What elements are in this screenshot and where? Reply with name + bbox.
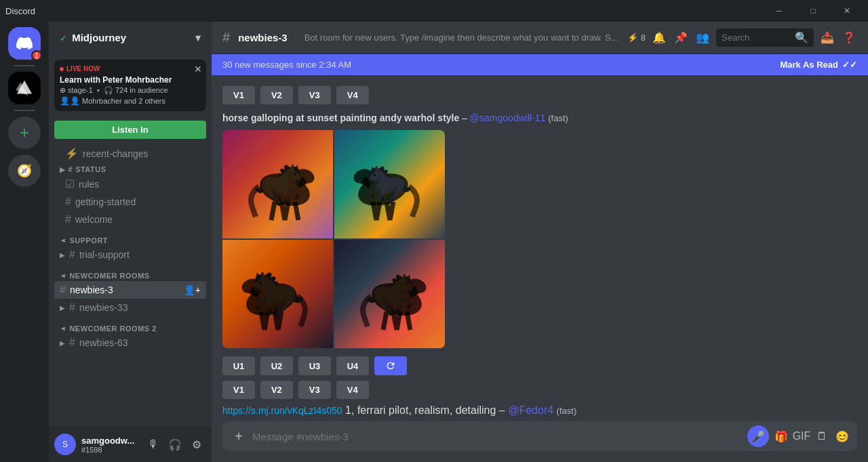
channel-name: newbies-33 bbox=[79, 302, 128, 313]
forum-icon: ⚡ bbox=[65, 147, 79, 160]
channel-item-newbies-3[interactable]: # newbies-3 👤+ bbox=[54, 281, 206, 299]
chevron-icon: ▶ bbox=[60, 166, 66, 173]
new-messages-banner: 30 new messages since 2:34 AM Mark As Re… bbox=[212, 54, 868, 75]
server-icon-midjourney[interactable] bbox=[8, 72, 41, 104]
search-box: 🔍 bbox=[716, 28, 814, 47]
inbox-icon[interactable]: 📥 bbox=[819, 30, 835, 46]
user-discriminator: #1598 bbox=[81, 446, 138, 454]
v3-button[interactable]: V3 bbox=[298, 86, 331, 104]
messages-area[interactable]: V1 V2 V3 V4 horse galloping at sunset pa… bbox=[212, 75, 868, 421]
chevron-icon: ▼ bbox=[60, 272, 67, 279]
member-count: ⚡ 8 bbox=[627, 33, 646, 43]
channel-name: newbies-3 bbox=[70, 285, 113, 295]
voice-button[interactable]: 🎤 bbox=[747, 425, 769, 447]
gif-button[interactable]: GIF bbox=[792, 427, 811, 446]
channel-sidebar: ✓ Midjourney ▾ LIVE NOW Learn with Peter… bbox=[49, 22, 212, 462]
server-divider-2 bbox=[14, 110, 35, 111]
discover-button[interactable]: 🧭 bbox=[8, 154, 41, 187]
maximize-button[interactable]: □ bbox=[797, 0, 829, 22]
microphone-button[interactable]: 🎙 bbox=[144, 435, 163, 454]
minimize-button[interactable]: ─ bbox=[764, 0, 795, 22]
image-grid bbox=[222, 130, 445, 348]
hash-icon: # bbox=[69, 301, 75, 314]
titlebar-controls: ─ □ ✕ bbox=[764, 0, 863, 22]
v1-button[interactable]: V1 bbox=[222, 86, 255, 104]
prompt-text: horse galloping at sunset painting andy … bbox=[222, 112, 459, 123]
settings-button[interactable]: ⚙ bbox=[187, 435, 206, 454]
author-mention-2[interactable]: @Fedor4 bbox=[508, 404, 553, 416]
gift-button[interactable]: 🎁 bbox=[772, 427, 791, 446]
category-newcomer-rooms-2[interactable]: ▼ NEWCOMER ROOMS 2 bbox=[49, 322, 212, 334]
category-status[interactable]: ▶ # status bbox=[49, 163, 212, 175]
channel-name: getting-started bbox=[75, 196, 136, 207]
horse-canvas-4 bbox=[334, 240, 445, 348]
channel-item-welcome[interactable]: # welcome bbox=[54, 211, 206, 228]
channel-item-rules[interactable]: ☑ rules bbox=[54, 175, 206, 193]
add-attachment-button[interactable]: + bbox=[228, 425, 250, 447]
app-title: Discord bbox=[5, 6, 35, 16]
category-label: status bbox=[75, 165, 106, 173]
u3-button[interactable]: U3 bbox=[298, 356, 331, 375]
mark-as-read-button[interactable]: Mark As Read ✓✓ bbox=[781, 60, 858, 70]
bell-icon[interactable]: 🔔 bbox=[651, 30, 667, 46]
category-label: NEWCOMER ROOMS bbox=[69, 272, 149, 280]
category-newcomer-rooms[interactable]: ▼ NEWCOMER ROOMS bbox=[49, 269, 212, 281]
v3-bottom-button[interactable]: V3 bbox=[298, 381, 331, 399]
add-server-button[interactable]: + bbox=[8, 117, 41, 149]
image-cell-3[interactable] bbox=[222, 240, 333, 348]
live-presenters: 👤👤 Mohrbacher and 2 others bbox=[60, 96, 201, 106]
server-icon-discord[interactable]: 1 bbox=[8, 27, 41, 60]
server-menu-icon: ▾ bbox=[195, 32, 201, 44]
server-header[interactable]: ✓ Midjourney ▾ bbox=[49, 22, 212, 54]
channel-item-newbies-63[interactable]: ▶ # newbies-63 bbox=[54, 334, 206, 352]
chevron-icon: ▶ bbox=[60, 251, 65, 259]
headphones-button[interactable]: 🎧 bbox=[165, 435, 184, 454]
hash-icon: # bbox=[65, 196, 71, 208]
live-close-button[interactable]: ✕ bbox=[194, 64, 202, 75]
members-icon[interactable]: 👥 bbox=[694, 30, 711, 46]
channel-header-description: Bot room for new users. Type /imagine th… bbox=[304, 33, 619, 43]
refresh-button[interactable] bbox=[374, 356, 407, 375]
live-dot bbox=[60, 67, 64, 71]
channel-item-trial-support[interactable]: ▶ # trial-support bbox=[54, 246, 206, 264]
u2-button[interactable]: U2 bbox=[260, 356, 293, 375]
main-content: # newbies-3 Bot room for new users. Type… bbox=[212, 22, 868, 462]
v2-bottom-button[interactable]: V2 bbox=[260, 381, 293, 399]
channel-name: recent-changes bbox=[83, 148, 149, 159]
search-input[interactable] bbox=[722, 33, 792, 43]
server-name: ✓ Midjourney bbox=[60, 32, 126, 43]
sticker-button[interactable]: 🗒 bbox=[812, 427, 831, 446]
version-buttons-top: V1 V2 V3 V4 bbox=[222, 86, 857, 104]
message-input[interactable] bbox=[252, 431, 745, 442]
close-button[interactable]: ✕ bbox=[831, 0, 863, 22]
channel-name: trial-support bbox=[79, 249, 130, 260]
channel-item-recent-changes[interactable]: ⚡ recent-changes bbox=[54, 144, 206, 163]
u1-button[interactable]: U1 bbox=[222, 356, 255, 375]
author-mention[interactable]: @samgoodwill-11 bbox=[470, 112, 545, 123]
member-count-icon: ⚡ bbox=[627, 33, 638, 43]
message-input-box: + 🎤 🎁 GIF 🗒 😊 bbox=[222, 421, 857, 451]
mark-read-icon: ✓✓ bbox=[842, 60, 857, 70]
image-cell-4[interactable] bbox=[334, 240, 445, 348]
speed-tag-2: (fast) bbox=[557, 406, 577, 416]
u4-button[interactable]: U4 bbox=[336, 356, 369, 375]
chevron-icon: ▶ bbox=[60, 304, 65, 312]
message-link[interactable]: https://s.mj.run/vKqLzI4s050 bbox=[222, 405, 342, 416]
v4-bottom-button[interactable]: V4 bbox=[336, 381, 369, 399]
pin-icon[interactable]: 📌 bbox=[673, 30, 689, 46]
channel-name: rules bbox=[79, 179, 99, 190]
help-icon[interactable]: ❓ bbox=[841, 30, 857, 46]
v4-button[interactable]: V4 bbox=[336, 86, 369, 104]
channel-item-newbies-33[interactable]: ▶ # newbies-33 bbox=[54, 299, 206, 316]
listen-in-button[interactable]: Listen In bbox=[54, 121, 206, 139]
v2-button[interactable]: V2 bbox=[260, 86, 293, 104]
emoji-button[interactable]: 😊 bbox=[833, 427, 852, 446]
image-cell-1[interactable] bbox=[222, 130, 333, 238]
header-divider bbox=[296, 30, 296, 46]
channel-header: # newbies-3 Bot room for new users. Type… bbox=[212, 22, 868, 54]
category-support[interactable]: ▼ SUPPORT bbox=[49, 234, 212, 246]
channel-item-getting-started[interactable]: # getting-started bbox=[54, 193, 206, 211]
horse-canvas-3 bbox=[222, 240, 333, 348]
v1-bottom-button[interactable]: V1 bbox=[222, 381, 255, 399]
image-cell-2[interactable] bbox=[334, 130, 445, 238]
